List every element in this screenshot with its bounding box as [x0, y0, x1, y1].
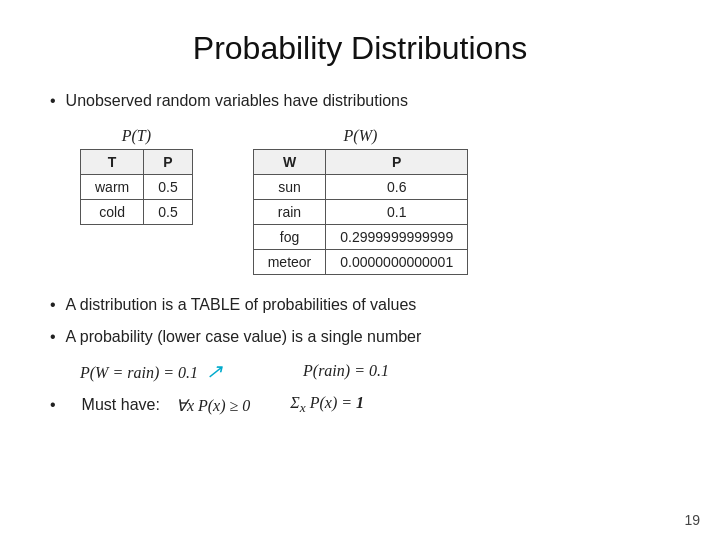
table-w-sun-val: 0.6	[326, 175, 468, 200]
bullet-2: • A distribution is a TABLE of probabili…	[50, 293, 670, 317]
bullet-1: • Unobserved random variables have distr…	[50, 89, 670, 113]
must-have-formulas: ∀x P(x) ≥ 0 Σx P(x) = 1	[176, 394, 364, 416]
must-have-formula-2: Σx P(x) = 1	[290, 394, 364, 416]
table-w-rain-val: 0.1	[326, 200, 468, 225]
table-w-meteor-val: 0.0000000000001	[326, 250, 468, 275]
table-t-cold: cold	[81, 200, 144, 225]
table-row: fog 0.2999999999999	[253, 225, 467, 250]
slide: Probability Distributions • Unobserved r…	[0, 0, 720, 540]
table-w-header-w: W	[253, 150, 326, 175]
bottom-bullets: • A distribution is a TABLE of probabili…	[50, 293, 670, 349]
formula-p-rain: P(rain) = 0.1	[303, 362, 389, 380]
table-t: T P warm 0.5 cold 0.5	[80, 149, 193, 225]
bullet-text-3: A probability (lower case value) is a si…	[66, 325, 422, 349]
must-have-formula-1: ∀x P(x) ≥ 0	[176, 396, 250, 415]
bullet-dot-1: •	[50, 89, 56, 113]
bullet-dot-4: •	[50, 393, 56, 417]
bullet-3: • A probability (lower case value) is a …	[50, 325, 670, 349]
table-row: rain 0.1	[253, 200, 467, 225]
table-w-fog: fog	[253, 225, 326, 250]
formula-pw: P(W)	[344, 127, 378, 144]
table-w-header-p: P	[326, 150, 468, 175]
formula-pw-label: P(W)	[253, 127, 468, 145]
formula-pt-label: P(T)	[80, 127, 193, 145]
table-w: W P sun 0.6 rain 0.1 fog 0.29999	[253, 149, 468, 275]
bullet-dot-2: •	[50, 293, 56, 317]
table-w-rain: rain	[253, 200, 326, 225]
table-row: sun 0.6	[253, 175, 467, 200]
table-t-cold-val: 0.5	[144, 200, 192, 225]
table-t-warm-val: 0.5	[144, 175, 192, 200]
tables-row: P(T) T P warm 0.5 cold 0.5	[80, 127, 670, 275]
table-t-container: P(T) T P warm 0.5 cold 0.5	[80, 127, 193, 225]
bullet-section-1: • Unobserved random variables have distr…	[50, 89, 670, 113]
table-row: cold 0.5	[81, 200, 193, 225]
table-w-container: P(W) W P sun 0.6 rain 0.1	[253, 127, 468, 275]
table-t-warm: warm	[81, 175, 144, 200]
bullet-4: • Must have: ∀x P(x) ≥ 0 Σx P(x) = 1	[50, 393, 670, 417]
table-w-meteor: meteor	[253, 250, 326, 275]
bullet-text-1: Unobserved random variables have distrib…	[66, 89, 408, 113]
bullet-text-2: A distribution is a TABLE of probabiliti…	[66, 293, 417, 317]
page-number: 19	[684, 512, 700, 528]
formula-pt: P(T)	[122, 127, 151, 144]
formula-row: P(W = rain) = 0.1 ↗ P(rain) = 0.1	[80, 359, 670, 383]
bullet-dot-3: •	[50, 325, 56, 349]
arrow-icon: ↗	[206, 360, 223, 382]
bullet-text-4: Must have:	[82, 396, 160, 414]
table-w-sun: sun	[253, 175, 326, 200]
table-row: meteor 0.0000000000001	[253, 250, 467, 275]
table-row: warm 0.5	[81, 175, 193, 200]
slide-title: Probability Distributions	[50, 30, 670, 67]
table-w-fog-val: 0.2999999999999	[326, 225, 468, 250]
formula-pw-rain: P(W = rain) = 0.1 ↗	[80, 359, 223, 383]
table-t-header-t: T	[81, 150, 144, 175]
table-t-header-p: P	[144, 150, 192, 175]
